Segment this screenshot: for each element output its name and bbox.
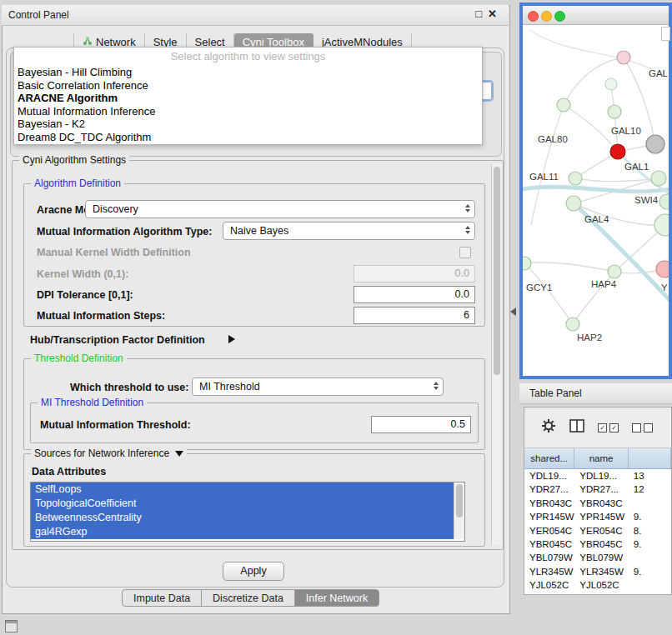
collapse-arrow-icon[interactable] xyxy=(175,451,183,457)
aracne-mode-select[interactable]: Discovery xyxy=(85,200,475,218)
network-edge xyxy=(523,187,669,191)
network-node[interactable] xyxy=(659,194,669,209)
table-cell: YPR145W xyxy=(524,510,574,523)
splitter-collapse-arrow[interactable] xyxy=(510,308,516,316)
algorithm-menu-item[interactable]: Bayesian - K2 xyxy=(14,118,482,131)
chevron-updown-icon xyxy=(434,382,439,390)
bottom-tab-infer-network[interactable]: Infer Network xyxy=(294,589,379,607)
bottom-tab-impute-data[interactable]: Impute Data xyxy=(122,589,202,607)
mac-zoom-button[interactable] xyxy=(554,11,565,22)
close-icon[interactable]: ✕ xyxy=(488,8,497,21)
threshold-definition-title: Threshold Definition xyxy=(31,352,127,364)
network-scrollbar[interactable] xyxy=(661,27,670,41)
table-row[interactable]: YER054CYER054C8. xyxy=(524,524,671,538)
table-cell: 12 xyxy=(629,482,671,496)
network-node[interactable] xyxy=(608,265,621,278)
table-row[interactable]: YBR043CYBR043C xyxy=(524,497,671,510)
docked-panel-icon[interactable] xyxy=(5,620,18,632)
network-node[interactable] xyxy=(608,105,621,118)
table-cell xyxy=(629,578,671,592)
table-column-header[interactable]: name xyxy=(574,448,629,468)
mac-close-button[interactable] xyxy=(528,11,539,22)
clear-all-checks-icon[interactable] xyxy=(632,423,653,432)
desktop: Control Panel □ ✕ NetworkStyleSelectCyni… xyxy=(0,0,672,635)
algorithm-menu-item[interactable]: Bayesian - Hill Climbing xyxy=(14,66,482,79)
network-node-label: GAL10 xyxy=(611,126,641,136)
aracne-mode-value: Discovery xyxy=(93,203,138,215)
gear-icon[interactable] xyxy=(541,418,556,437)
mac-minimize-button[interactable] xyxy=(541,11,552,22)
table-row[interactable]: YDR27...YDR27...12 xyxy=(524,482,671,496)
attribute-list-item[interactable]: BetweennessCentrality xyxy=(31,511,456,525)
settings-group-title: Cyni Algorithm Settings xyxy=(19,154,129,166)
table-row[interactable]: YDL19...YDL19...13 xyxy=(524,469,671,482)
network-node-label: Y xyxy=(661,282,668,292)
network-node-label: GAL4 xyxy=(584,214,609,224)
attribute-list-item[interactable]: SelfLoops xyxy=(31,482,456,497)
network-node[interactable] xyxy=(610,144,625,159)
dpi-tolerance-field[interactable]: 0.0 xyxy=(354,286,475,303)
apply-button[interactable]: Apply xyxy=(223,562,284,581)
settings-scrollbar[interactable] xyxy=(491,163,502,545)
network-node[interactable] xyxy=(651,171,666,186)
select-all-checks-icon[interactable]: ✓✓ xyxy=(598,423,619,432)
network-node[interactable] xyxy=(557,98,570,112)
algorithm-menu-item[interactable]: Mutual Information Inference xyxy=(14,105,482,118)
float-window-icon[interactable]: □ xyxy=(475,8,482,21)
algorithm-menu-item[interactable]: Dream8 DC_TDC Algorithm xyxy=(14,131,482,144)
attribute-list-item[interactable]: gal4RGexp xyxy=(31,525,456,539)
algorithm-definition-title: Algorithm Definition xyxy=(31,178,124,189)
table-column-header[interactable]: shared... xyxy=(524,448,574,468)
data-attributes-label: Data Attributes xyxy=(32,466,106,478)
table-row[interactable]: YLR345WYLR345W9. xyxy=(524,565,671,578)
bottom-tab-discretize-data[interactable]: Discretize Data xyxy=(201,589,295,607)
mi-algorithm-type-select[interactable]: Naive Bayes xyxy=(223,222,475,240)
control-panel-titlebar[interactable] xyxy=(2,5,509,26)
table-row[interactable]: YBR045CYBR045C9. xyxy=(524,538,671,551)
cyni-mode-tabs: Impute DataDiscretize DataInfer Network xyxy=(122,589,379,607)
manual-kernel-width-checkbox[interactable] xyxy=(459,247,471,258)
attribute-list-item[interactable]: TopologicalCoefficient xyxy=(31,497,456,511)
columns-icon[interactable] xyxy=(569,419,584,436)
network-node[interactable] xyxy=(569,172,582,185)
table-cell: YLR345W xyxy=(574,565,629,578)
mi-threshold-field[interactable]: 0.5 xyxy=(371,416,471,433)
algorithm-menu-item[interactable]: Basic Correlation Inference xyxy=(14,79,482,92)
table-cell: YBR043C xyxy=(574,497,629,510)
network-node-label: GAL xyxy=(649,68,669,78)
network-node[interactable] xyxy=(566,196,581,211)
network-edge xyxy=(575,178,659,182)
algorithm-dropdown-popup: Select algorithm to view settings Bayesi… xyxy=(13,47,483,145)
network-node[interactable] xyxy=(646,135,664,153)
table-row[interactable]: YJL052CYJL052C xyxy=(524,578,671,592)
table-toolbar: ✓✓ xyxy=(524,408,671,448)
network-edge xyxy=(531,105,564,225)
dropdown-prompt: Select algorithm to view settings xyxy=(14,48,482,66)
which-threshold-select[interactable]: MI Threshold xyxy=(192,378,444,396)
list-scrollbar[interactable] xyxy=(454,482,464,539)
network-node[interactable] xyxy=(656,261,669,278)
table-cell: YJL052C xyxy=(574,578,629,592)
table-cell: YDR27... xyxy=(524,482,574,496)
network-node-label: GAL80 xyxy=(538,134,568,144)
table-row[interactable]: YPR145WYPR145W9. xyxy=(524,510,671,523)
manual-kernel-width-label: Manual Kernel Width Definition xyxy=(37,247,191,258)
table-row[interactable]: YBL079WYBL079W xyxy=(524,551,671,564)
table-cell: YBR045C xyxy=(524,538,574,551)
network-node-label: GCY1 xyxy=(526,282,552,292)
kernel-width-label: Kernel Width (0,1): xyxy=(37,268,128,280)
kernel-width-field[interactable]: 0.0 xyxy=(354,265,475,282)
table-column-header[interactable] xyxy=(629,448,671,468)
data-attributes-list[interactable]: SelfLoopsTopologicalCoefficientBetweenne… xyxy=(30,482,465,542)
network-node[interactable] xyxy=(523,257,531,270)
network-node[interactable] xyxy=(566,318,579,331)
expand-arrow-icon[interactable] xyxy=(228,335,235,343)
network-node[interactable] xyxy=(617,51,630,64)
network-node[interactable] xyxy=(605,78,617,90)
network-canvas[interactable]: GALGAL80GAL10GAL11GAL1SWI4GAL4GCY1HAP4YH… xyxy=(523,25,669,376)
table-cell: YDR27... xyxy=(574,482,629,496)
algorithm-menu-item[interactable]: ARACNE Algorithm xyxy=(14,92,482,105)
network-edge xyxy=(524,263,573,324)
mi-steps-field[interactable]: 6 xyxy=(354,307,475,324)
dropdown-items: Bayesian - Hill ClimbingBasic Correlatio… xyxy=(14,66,482,143)
